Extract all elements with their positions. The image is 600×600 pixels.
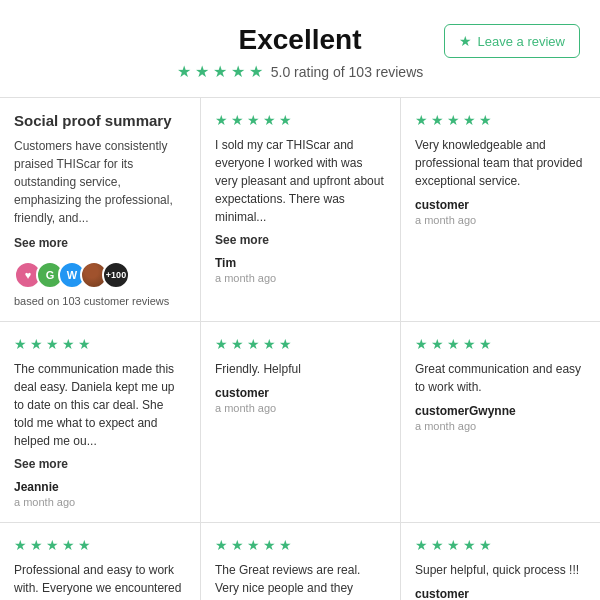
review-1-author: customer — [415, 198, 586, 212]
review-0-see-more[interactable]: See more — [215, 233, 269, 247]
star-3: ★ — [213, 62, 227, 81]
review-2-stars: ★ ★ ★ ★ ★ — [14, 336, 186, 352]
review-5-stars: ★ ★ ★ ★ ★ — [14, 537, 186, 553]
review-3-time: a month ago — [215, 402, 386, 414]
review-1-text: Very knowledgeable and professional team… — [415, 136, 586, 190]
review-2-see-more[interactable]: See more — [14, 457, 68, 471]
review-0-text: I sold my car THIScar and everyone I wor… — [215, 136, 386, 226]
review-card-4: ★ ★ ★ ★ ★ Great communication and easy t… — [401, 322, 600, 522]
review-3-author: customer — [215, 386, 386, 400]
social-proof-cell: Social proof summary Customers have cons… — [0, 98, 200, 321]
avatar-group: ♥ G W +100 — [14, 261, 186, 289]
header-stars: ★ ★ ★ ★ ★ 5.0 rating of 103 reviews — [16, 62, 584, 81]
review-7-stars: ★ ★ ★ ★ ★ — [415, 537, 586, 553]
review-6-stars: ★ ★ ★ ★ ★ — [215, 537, 386, 553]
review-0-stars: ★ ★ ★ ★ ★ — [215, 112, 386, 128]
page-header: Excellent ★ ★ ★ ★ ★ 5.0 rating of 103 re… — [0, 0, 600, 97]
review-1-time: a month ago — [415, 214, 586, 226]
rating-text: 5.0 rating of 103 reviews — [271, 64, 424, 80]
review-6-text: The Great reviews are real. Very nice pe… — [215, 561, 386, 600]
review-3-text: Friendly. Helpful — [215, 360, 386, 378]
social-proof-title: Social proof summary — [14, 112, 186, 129]
review-card-7: ★ ★ ★ ★ ★ Super helpful, quick process !… — [401, 523, 600, 600]
star-1: ★ — [177, 62, 191, 81]
review-card-2: ★ ★ ★ ★ ★ The communication made this de… — [0, 322, 200, 522]
review-2-author: Jeannie — [14, 480, 186, 494]
based-on-text: based on 103 customer reviews — [14, 295, 186, 307]
review-2-time: a month ago — [14, 496, 186, 508]
review-1-stars: ★ ★ ★ ★ ★ — [415, 112, 586, 128]
review-7-author: customer — [415, 587, 586, 600]
social-proof-see-more[interactable]: See more — [14, 236, 68, 250]
review-card-6: ★ ★ ★ ★ ★ The Great reviews are real. Ve… — [201, 523, 400, 600]
review-3-stars: ★ ★ ★ ★ ★ — [215, 336, 386, 352]
review-7-text: Super helpful, quick process !!! — [415, 561, 586, 579]
review-0-author: Tim — [215, 256, 386, 270]
review-4-text: Great communication and easy to work wit… — [415, 360, 586, 396]
review-4-time: a month ago — [415, 420, 586, 432]
review-card-1: ★ ★ ★ ★ ★ Very knowledgeable and profess… — [401, 98, 600, 321]
reviews-grid: Social proof summary Customers have cons… — [0, 97, 600, 600]
review-card-5: ★ ★ ★ ★ ★ Professional and easy to work … — [0, 523, 200, 600]
review-2-text: The communication made this deal easy. D… — [14, 360, 186, 450]
review-5-text: Professional and easy to work with. Ever… — [14, 561, 186, 600]
review-0-time: a month ago — [215, 272, 386, 284]
leave-review-label: Leave a review — [478, 34, 565, 49]
review-4-stars: ★ ★ ★ ★ ★ — [415, 336, 586, 352]
review-card-3: ★ ★ ★ ★ ★ Friendly. Helpful customer a m… — [201, 322, 400, 522]
star-4: ★ — [231, 62, 245, 81]
leave-review-star-icon: ★ — [459, 33, 472, 49]
social-proof-text: Customers have consistently praised THIS… — [14, 137, 186, 227]
review-4-author: customerGwynne — [415, 404, 586, 418]
review-card-0: ★ ★ ★ ★ ★ I sold my car THIScar and ever… — [201, 98, 400, 321]
star-5: ★ — [249, 62, 263, 81]
leave-review-button[interactable]: ★ Leave a review — [444, 24, 580, 58]
star-2: ★ — [195, 62, 209, 81]
avatar-count: +100 — [102, 261, 130, 289]
